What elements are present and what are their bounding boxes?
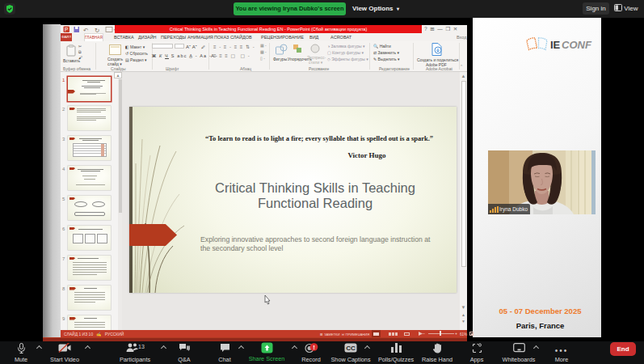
svg-text:P: P	[65, 27, 68, 32]
svg-text:↶: ↶	[83, 27, 88, 34]
svg-text:IE: IE	[550, 39, 561, 51]
svg-text:CC: CC	[346, 345, 356, 352]
svg-text:CONF: CONF	[562, 39, 592, 51]
svg-text:13: 13	[138, 344, 145, 349]
svg-text:!: !	[313, 344, 315, 351]
svg-text:↻: ↻	[95, 27, 99, 34]
